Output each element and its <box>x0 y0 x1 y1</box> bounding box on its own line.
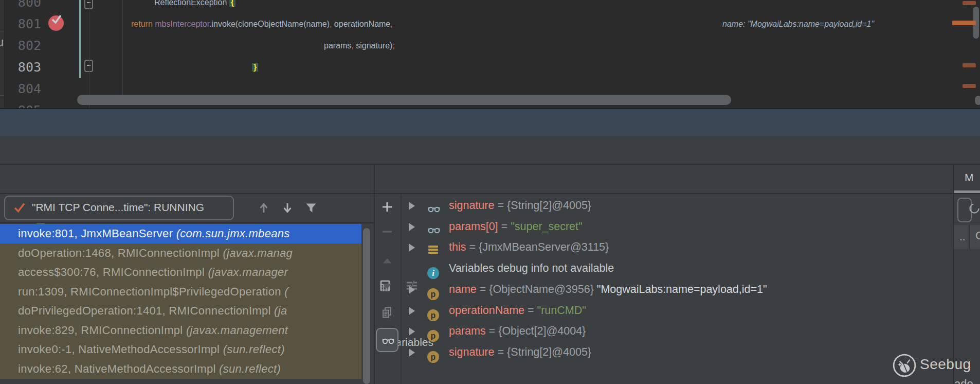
expand-arrow-icon[interactable] <box>409 202 415 210</box>
variable-row[interactable]: this = {JmxMBeanServer@3115} <box>402 237 953 258</box>
this-object-icon <box>427 241 440 258</box>
variable-row[interactable]: params[0] = "super_secret" <box>402 216 953 237</box>
equals-sign: = <box>486 325 499 337</box>
equals-sign: = <box>494 346 507 358</box>
frame-location: doPrivilegedOperation:1401, RMIConnectio… <box>18 304 274 317</box>
equals-sign: = <box>524 304 537 317</box>
line-number: 800 <box>4 0 41 13</box>
frame-package: (javax.manager <box>208 266 288 278</box>
frames-list: invoke:801, JmxMBeanServer (com.sun.jmx.… <box>0 223 361 384</box>
frame-location: invoke:62, NativeMethodAccessorImpl <box>18 362 219 375</box>
variable-text: Variables debug info not available <box>449 258 614 279</box>
frames-scrollbar[interactable] <box>363 228 370 384</box>
frame-location: invoke:829, RMIConnectionImpl <box>18 324 186 337</box>
variable-text: signature = {String[2]@4005} <box>449 195 591 216</box>
stack-frame-row[interactable]: invoke:801, JmxMBeanServer (com.sun.jmx.… <box>0 224 361 243</box>
expand-arrow-icon[interactable] <box>409 327 415 336</box>
previous-frame-icon[interactable] <box>257 201 270 215</box>
code-editor[interactable]: 800ReflectionException {801return mbsInt… <box>0 0 980 109</box>
variable-value: {JmxMBeanServer@3115} <box>479 241 609 253</box>
stack-frame-row[interactable]: invoke:62, NativeMethodAccessorImpl (sun… <box>0 359 361 379</box>
variable-value: "super_secret" <box>511 220 583 233</box>
variable-value: {String[2]@4005} <box>507 346 591 358</box>
add-watch-icon[interactable] <box>380 200 394 214</box>
error-stripe-mark[interactable] <box>963 84 976 88</box>
remove-watch-icon[interactable] <box>380 225 394 238</box>
move-up-icon[interactable] <box>380 255 394 268</box>
left-panel-edge: u <box>0 0 5 109</box>
frame-location: run:1309, RMIConnectionImpl$PrivilegedOp… <box>18 285 284 298</box>
next-frame-icon[interactable] <box>281 201 294 215</box>
variable-row[interactable]: poperationName = "runCMD" <box>402 300 953 321</box>
line-number: 803 <box>4 57 41 78</box>
frame-package: (sun.reflect) <box>223 343 285 356</box>
stack-frame-row[interactable]: doOperation:1468, RMIConnectionImpl (jav… <box>0 243 361 263</box>
variable-row[interactable]: pparams = {Object[2]@4004} <box>402 321 953 342</box>
stack-frame-row[interactable]: invoke:829, RMIConnectionImpl (javax.man… <box>0 321 361 340</box>
code-token: return <box>131 20 155 28</box>
debugger-toolbar: Debugger Console <box>0 136 980 164</box>
expand-arrow-icon[interactable] <box>409 307 415 315</box>
variable-name: params[0] <box>449 220 498 233</box>
panel-divider[interactable] <box>374 165 375 384</box>
variable-text: this = {JmxMBeanServer@3115} <box>449 237 609 258</box>
variable-row[interactable]: pname = {ObjectName@3956} "MogwaiLabs:na… <box>402 279 953 300</box>
variable-row[interactable]: iVariables debug info not available <box>402 258 953 279</box>
code-token: operationName <box>332 20 390 28</box>
code-token: .invoke(cloneObjectName(name) <box>209 20 330 28</box>
thread-selector-dropdown[interactable]: "RMI TCP Conne...time": RUNNING <box>4 196 234 220</box>
info-icon: i <box>427 262 439 279</box>
memory-panel: M .. C <box>954 165 980 384</box>
frame-package: (ja <box>274 304 287 317</box>
variable-row[interactable]: psignature = {String[2]@4005} <box>402 342 953 363</box>
frame-location: doOperation:1468, RMIConnectionImpl <box>18 247 223 259</box>
thread-status-icon <box>13 202 27 216</box>
variable-text: name = {ObjectName@3956} "MogwaiLabs:nam… <box>449 279 767 300</box>
variable-name: signature <box>449 346 494 358</box>
variable-text: params = {Object[2]@4004} <box>449 321 586 342</box>
editor-horizontal-scrollbar[interactable] <box>77 95 731 105</box>
parameter-icon: p <box>427 304 439 321</box>
variable-row[interactable]: signature = {String[2]@4005} <box>402 195 953 216</box>
editor-scrollbar-corner[interactable] <box>975 96 980 105</box>
line-number: 804 <box>4 78 41 100</box>
breakpoint-icon[interactable] <box>48 15 64 31</box>
error-stripe-mark[interactable] <box>963 63 976 67</box>
code-token: ReflectionException <box>154 0 229 7</box>
code-token: ; <box>392 41 394 50</box>
copy-stack-icon[interactable] <box>380 306 394 320</box>
expand-arrow-icon[interactable] <box>409 243 415 252</box>
error-stripe-mark[interactable] <box>963 1 976 5</box>
expand-arrow-icon[interactable] <box>409 223 415 231</box>
vcs-change-bar <box>79 0 81 78</box>
column-divider <box>969 225 970 249</box>
move-down-icon[interactable] <box>380 280 394 293</box>
filter-frames-icon[interactable] <box>304 201 318 215</box>
parameter-icon: p <box>427 325 439 342</box>
frame-location: invoke:801, JmxMBeanServer <box>18 227 176 240</box>
watch-icon <box>427 199 441 216</box>
code-line: return mbsInterceptor.invoke(cloneObject… <box>131 13 393 35</box>
expand-arrow-icon[interactable] <box>409 348 415 357</box>
parameter-icon: p <box>427 283 439 300</box>
memory-panel-title: M <box>965 171 974 184</box>
variable-name: this <box>449 241 466 253</box>
variable-value: {ObjectName@3956} <box>489 283 594 295</box>
frame-package: ( <box>284 285 288 298</box>
code-line: } <box>252 57 258 78</box>
line-number: 801 <box>4 13 41 35</box>
show-watches-toggle[interactable] <box>376 328 398 352</box>
expand-arrow-icon[interactable] <box>409 286 415 294</box>
memory-ellipsis: .. <box>959 231 966 243</box>
ide-debug-screen: 800ReflectionException {801return mbsInt… <box>0 0 980 384</box>
refresh-icon[interactable] <box>968 202 980 217</box>
equals-sign: = <box>466 241 479 253</box>
stack-frame-row[interactable]: run:1309, RMIConnectionImpl$PrivilegedOp… <box>0 282 361 302</box>
error-stripe-mark[interactable] <box>952 21 976 25</box>
clipped-panel-text: u <box>0 35 4 49</box>
stack-frame-row[interactable]: invoke0:-1, NativeMethodAccessorImpl (su… <box>0 340 361 359</box>
stack-frame-row[interactable]: access$300:76, RMIConnectionImpl (javax.… <box>0 263 361 282</box>
code-token: } <box>252 63 258 72</box>
stack-frame-row[interactable]: doPrivilegedOperation:1401, RMIConnectio… <box>0 301 361 321</box>
equals-sign: = <box>477 283 489 295</box>
